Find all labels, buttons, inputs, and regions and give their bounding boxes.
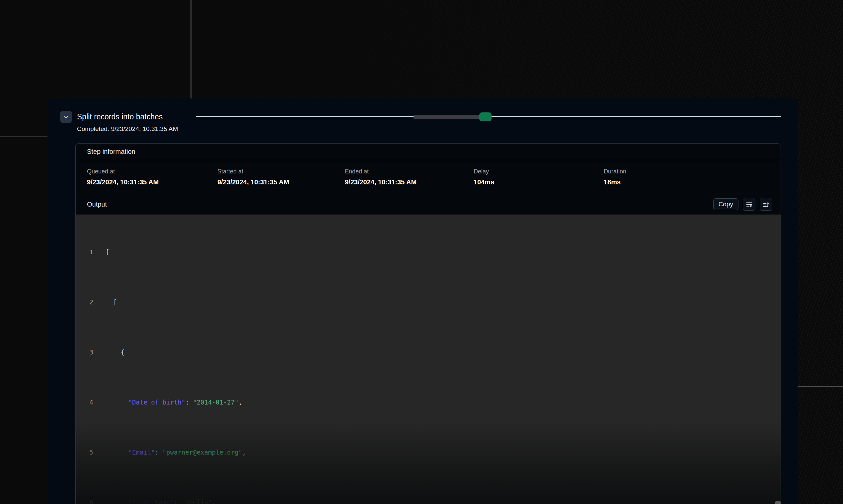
info-field: Started at 9/23/2024, 10:31:35 AM bbox=[218, 168, 345, 186]
line-number: 1 bbox=[76, 246, 93, 259]
field-label: Started at bbox=[218, 168, 345, 175]
code-line: 4 "Date of birth": "2014-01-27", bbox=[76, 396, 780, 409]
output-title: Output bbox=[87, 201, 713, 208]
duration-marker[interactable] bbox=[479, 112, 492, 121]
line-number: 2 bbox=[76, 296, 93, 309]
info-field: Duration 18ms bbox=[604, 168, 626, 186]
field-label: Delay bbox=[474, 168, 604, 175]
line-number: 4 bbox=[76, 396, 93, 409]
code-line: 5 "Email": "pwarner@example.org", bbox=[76, 446, 780, 459]
field-label: Duration bbox=[604, 168, 626, 175]
step-timeline bbox=[196, 111, 781, 123]
background-texture bbox=[0, 0, 191, 98]
background-grid-line bbox=[797, 386, 843, 387]
wrap-text-icon bbox=[746, 201, 753, 208]
info-field: Queued at 9/23/2024, 10:31:35 AM bbox=[87, 168, 218, 186]
card-header: Step information bbox=[76, 144, 780, 160]
code-line: 6 "First Name": "Shelia", bbox=[76, 496, 780, 504]
copy-button[interactable]: Copy bbox=[713, 198, 738, 210]
delay-bar bbox=[414, 115, 479, 119]
background-texture bbox=[191, 0, 843, 98]
line-content: [ bbox=[105, 296, 117, 309]
step-title-block: Split records into batches Completed: 9/… bbox=[77, 111, 191, 133]
line-number: 6 bbox=[76, 496, 93, 504]
step-status: Completed: 9/23/2024, 10:31:35 AM bbox=[77, 125, 191, 133]
step-information-card: Step information Queued at 9/23/2024, 10… bbox=[75, 143, 781, 504]
output-header: Output Copy bbox=[76, 194, 780, 215]
line-content: [ bbox=[105, 246, 109, 259]
field-value: 9/23/2024, 10:31:35 AM bbox=[87, 178, 218, 186]
wrap-text-button[interactable] bbox=[743, 198, 755, 211]
code-line: 3 { bbox=[76, 346, 780, 359]
field-value: 9/23/2024, 10:31:35 AM bbox=[345, 178, 474, 186]
scrollbar-corner[interactable] bbox=[775, 501, 780, 504]
field-value: 9/23/2024, 10:31:35 AM bbox=[218, 178, 345, 186]
code-lines: 1 [ 2 [ 3 { 4 "Date of birth": "2014-01-… bbox=[76, 215, 780, 504]
scroll-to-top-button[interactable] bbox=[760, 198, 772, 211]
field-value: 104ms bbox=[474, 178, 604, 186]
background-grid-line bbox=[190, 0, 191, 98]
info-field: Ended at 9/23/2024, 10:31:35 AM bbox=[345, 168, 474, 186]
step-header: Split records into batches Completed: 9/… bbox=[60, 111, 781, 133]
collapse-step-button[interactable] bbox=[60, 111, 72, 123]
line-number: 5 bbox=[76, 446, 93, 459]
code-line: 1 [ bbox=[76, 246, 780, 259]
chevron-down-icon bbox=[63, 114, 69, 120]
line-content: "Email": "pwarner@example.org", bbox=[105, 446, 246, 459]
line-content: { bbox=[105, 346, 124, 359]
line-content: "First Name": "Shelia", bbox=[105, 496, 216, 504]
field-value: 18ms bbox=[604, 178, 626, 186]
background-grid-line bbox=[0, 136, 48, 137]
line-number: 3 bbox=[76, 346, 93, 359]
background-texture bbox=[797, 98, 843, 504]
field-label: Queued at bbox=[87, 168, 218, 175]
step-title: Split records into batches bbox=[77, 111, 191, 123]
scroll-to-top-icon bbox=[763, 201, 770, 208]
field-label: Ended at bbox=[345, 168, 474, 175]
output-code-viewer[interactable]: 1 [ 2 [ 3 { 4 "Date of birth": "2014-01-… bbox=[76, 215, 780, 504]
step-info-fields: Queued at 9/23/2024, 10:31:35 AM Started… bbox=[76, 160, 780, 194]
step-detail-panel: Split records into batches Completed: 9/… bbox=[48, 98, 797, 504]
step-information-title: Step information bbox=[87, 148, 135, 156]
line-content: "Date of birth": "2014-01-27", bbox=[105, 396, 242, 409]
code-line: 2 [ bbox=[76, 296, 780, 309]
info-field: Delay 104ms bbox=[474, 168, 604, 186]
